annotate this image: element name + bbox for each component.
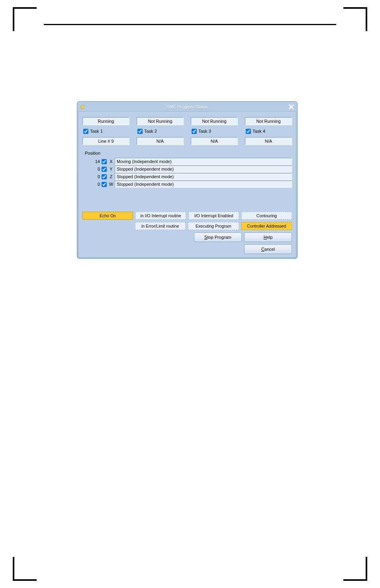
flag-row-1: Echo On in I/O Interrupt routine I/O Int… [82, 212, 292, 220]
io-enabled-flag: I/O Interrupt Enabled [188, 212, 239, 220]
axis-position: 0 [82, 167, 100, 171]
axis-letter: Z [108, 174, 114, 179]
axis-y-checkbox[interactable] [102, 167, 107, 172]
axis-status: Stopped (Independent mode) [115, 181, 292, 188]
axis-status: Stopped (Independent mode) [115, 173, 292, 180]
task-status: Running [82, 117, 129, 125]
task-status: Not Running [137, 117, 184, 125]
task-line: Line # 9 [82, 137, 129, 145]
task-columns: Running Task 1 Line # 9 Not Running Task… [82, 117, 292, 145]
task-line: N/A [137, 137, 184, 145]
cancel-button[interactable]: Cancel [244, 244, 292, 254]
axis-status: Stopped (Independent mode) [115, 165, 292, 173]
task-2: Not Running Task 2 N/A [137, 117, 184, 145]
task-label: Task 1 [90, 129, 103, 134]
task-4: Not Running Task 4 N/A [245, 117, 292, 145]
app-icon [80, 104, 85, 110]
svg-marker-0 [80, 104, 85, 109]
axis-position: 14 [82, 159, 100, 164]
titlebar[interactable]: SMC Program Status [78, 102, 296, 111]
program-status-window: SMC Program Status Running Task 1 Line #… [77, 101, 298, 259]
axis-z-row: 0 Z Stopped (Independent mode) [82, 173, 292, 180]
axis-grid: 14 X Moving (Independent mode) 0 Y Stopp… [82, 158, 292, 188]
position-label: Position [85, 151, 292, 155]
error-routine-flag: in Error/Limit routine [135, 222, 186, 230]
axis-x-row: 14 X Moving (Independent mode) [82, 158, 292, 165]
task-1: Running Task 1 Line # 9 [82, 117, 129, 145]
task-2-checkbox[interactable] [137, 129, 143, 134]
task-4-checkbox[interactable] [246, 129, 251, 134]
task-label: Task 3 [198, 129, 211, 134]
axis-letter: W [108, 182, 114, 187]
task-status: Not Running [245, 117, 292, 125]
axis-letter: X [108, 159, 114, 164]
controller-addressed-flag: Controller Addressed [241, 222, 292, 230]
executing-flag: Executing Program [188, 222, 239, 230]
axis-w-checkbox[interactable] [102, 182, 107, 187]
echo-flag: Echo On [82, 212, 133, 220]
axis-w-row: 0 W Stopped (Independent mode) [82, 181, 292, 188]
task-line: N/A [245, 137, 292, 145]
flag-row-2: in Error/Limit routine Executing Program… [82, 222, 292, 230]
contouring-flag: Contouring [241, 212, 292, 220]
client-area: Running Task 1 Line # 9 Not Running Task… [78, 111, 296, 258]
stop-program-button[interactable]: Stop Program [194, 232, 242, 242]
task-3: Not Running Task 3 N/A [191, 117, 238, 145]
task-status: Not Running [191, 117, 238, 125]
help-button[interactable]: Help [244, 232, 292, 242]
axis-letter: Y [108, 167, 114, 171]
close-button[interactable] [288, 103, 295, 110]
axis-position: 0 [82, 182, 100, 187]
axis-z-checkbox[interactable] [102, 174, 107, 179]
axis-x-checkbox[interactable] [102, 159, 107, 164]
axis-y-row: 0 Y Stopped (Independent mode) [82, 165, 292, 173]
task-line: N/A [191, 137, 238, 145]
axis-status: Moving (Independent mode) [115, 158, 292, 165]
io-routine-flag: in I/O Interrupt routine [135, 212, 186, 220]
task-3-checkbox[interactable] [192, 129, 197, 134]
task-label: Task 2 [144, 129, 157, 134]
window-title: SMC Program Status [87, 104, 288, 109]
task-label: Task 4 [253, 129, 265, 134]
task-1-checkbox[interactable] [83, 129, 88, 134]
axis-position: 0 [82, 174, 100, 179]
